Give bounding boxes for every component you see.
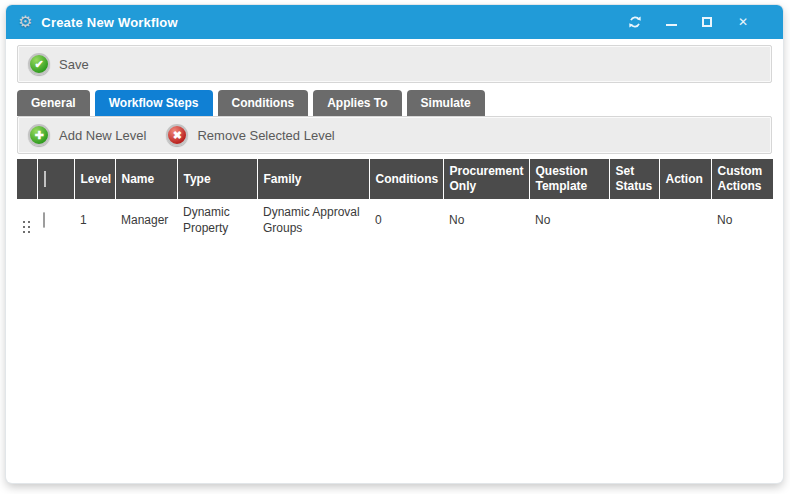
minimize-button[interactable] <box>663 14 679 30</box>
column-header-select <box>37 159 74 199</box>
remove-x-icon: ✖ <box>166 124 188 146</box>
column-header-question-template: Question Template <box>529 159 609 199</box>
cell-action <box>659 199 711 243</box>
cell-name: Manager <box>115 199 177 243</box>
refresh-icon-svg <box>628 15 642 29</box>
column-header-family: Family <box>257 159 369 199</box>
column-header-level: Level <box>74 159 115 199</box>
column-header-action: Action <box>659 159 711 199</box>
window-controls: ✕ <box>627 14 771 30</box>
add-new-level-label: Add New Level <box>59 128 146 143</box>
cell-procurement-only: No <box>443 199 529 243</box>
remove-selected-level-label: Remove Selected Level <box>197 128 334 143</box>
column-header-drag <box>17 159 37 199</box>
cell-set-status <box>609 199 659 243</box>
table-row: 1 Manager Dynamic Property Dynamic Appro… <box>17 199 773 243</box>
close-button[interactable]: ✕ <box>735 14 751 30</box>
minimize-icon <box>666 24 677 26</box>
workflow-steps-table: Level Name Type Family Conditions Procur… <box>17 159 773 243</box>
save-label: Save <box>59 57 89 72</box>
save-toolbar: ✔ Save <box>17 45 772 83</box>
column-header-set-status: Set Status <box>609 159 659 199</box>
gear-icon: ⚙ <box>18 14 32 30</box>
titlebar: ⚙ Create New Workflow ✕ <box>6 5 783 39</box>
window-title: Create New Workflow <box>41 15 177 30</box>
column-header-name: Name <box>115 159 177 199</box>
select-all-checkbox[interactable] <box>44 171 46 187</box>
level-toolbar: ✚ Add New Level ✖ Remove Selected Level <box>17 116 772 154</box>
column-header-type: Type <box>177 159 257 199</box>
column-header-custom-actions: Custom Actions <box>711 159 773 199</box>
row-drag-cell <box>17 199 37 243</box>
cell-level: 1 <box>74 199 115 243</box>
column-header-procurement-only: Procurement Only <box>443 159 529 199</box>
row-select-cell <box>37 199 74 243</box>
refresh-icon[interactable] <box>627 14 643 30</box>
save-button[interactable]: ✔ Save <box>28 53 89 75</box>
cell-conditions: 0 <box>369 199 443 243</box>
cell-type: Dynamic Property <box>177 199 257 243</box>
add-new-level-button[interactable]: ✚ Add New Level <box>28 124 146 146</box>
save-check-icon: ✔ <box>28 53 50 75</box>
tab-bar: General Workflow Steps Conditions Applie… <box>17 90 772 116</box>
remove-selected-level-button[interactable]: ✖ Remove Selected Level <box>166 124 334 146</box>
tab-general[interactable]: General <box>17 90 90 116</box>
tab-simulate[interactable]: Simulate <box>407 90 485 116</box>
tab-applies-to[interactable]: Applies To <box>313 90 401 116</box>
dialog-window: ⚙ Create New Workflow ✕ ✔ Save <box>6 5 783 483</box>
add-plus-icon: ✚ <box>28 124 50 146</box>
tab-workflow-steps[interactable]: Workflow Steps <box>95 90 213 116</box>
row-checkbox[interactable] <box>43 212 45 228</box>
table-header-row: Level Name Type Family Conditions Procur… <box>17 159 773 199</box>
column-header-conditions: Conditions <box>369 159 443 199</box>
tab-conditions[interactable]: Conditions <box>218 90 309 116</box>
maximize-icon <box>702 17 712 27</box>
cell-family: Dynamic Approval Groups <box>257 199 369 243</box>
cell-question-template: No <box>529 199 609 243</box>
maximize-button[interactable] <box>699 14 715 30</box>
dialog-content: ✔ Save General Workflow Steps Conditions… <box>6 39 783 243</box>
cell-custom-actions: No <box>711 199 773 243</box>
